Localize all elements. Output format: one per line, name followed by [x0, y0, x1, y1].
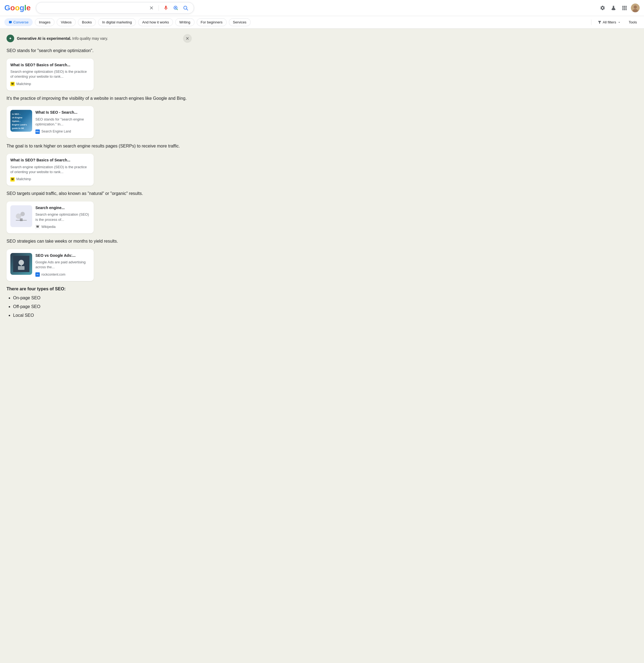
lens-icon — [173, 5, 179, 10]
filter-chip-for-beginners[interactable]: For beginners — [197, 18, 227, 26]
main-content: ✦ Generative AI is experimental. Info qu… — [0, 29, 644, 663]
seo-type-2: Off-page SEO — [13, 303, 192, 310]
ai-text-4: SEO targets unpaid traffic, also known a… — [6, 190, 192, 197]
source-card-2-meta: SEL Search Engine Land — [36, 129, 90, 134]
wiki-image-thumb — [10, 205, 32, 227]
chevron-down-icon — [617, 20, 621, 24]
filter-chip-books[interactable]: Books — [78, 18, 96, 26]
source-card-5-name: rockcontent.com — [41, 272, 65, 277]
search-input[interactable]: what is SEO — [41, 5, 145, 10]
source-card-2-desc: SEO stands for "search engine optimizati… — [36, 117, 90, 127]
ai-panel-header: ✦ Generative AI is experimental. Info qu… — [6, 34, 192, 43]
voice-search-button[interactable] — [162, 4, 170, 12]
source-card-1-meta: M Mailchimp — [10, 82, 90, 87]
clear-search-button[interactable] — [148, 4, 155, 12]
filter-chip-videos[interactable]: Videos — [57, 18, 76, 26]
svg-point-17 — [634, 5, 637, 9]
rock-image-thumb — [10, 253, 32, 275]
mailchimp-favicon-2: M — [10, 177, 15, 181]
source-card-1-name: Mailchimp — [16, 82, 31, 87]
apps-button[interactable] — [620, 3, 629, 12]
ai-text-1: SEO stands for "search engine optimizati… — [6, 47, 192, 54]
filter-divider — [591, 20, 592, 25]
filter-bar: Converse Images Videos Books In digital … — [0, 16, 644, 29]
ai-section-2: It's the practice of improving the visib… — [6, 95, 192, 138]
source-card-2-title: What Is SEO - Search... — [36, 110, 90, 115]
collapse-icon — [185, 36, 190, 41]
avatar[interactable] — [631, 3, 640, 12]
source-card-4-title: Search engine... — [36, 205, 90, 211]
filter-chip-writing[interactable]: Writing — [175, 18, 194, 26]
filter-chip-how-it-works[interactable]: And how it works — [138, 18, 173, 26]
seo-types-heading: There are four types of SEO: — [6, 285, 192, 292]
source-card-2[interactable]: is SEO -ch Engine Optimi...Engine Land's… — [6, 106, 94, 138]
svg-rect-14 — [624, 9, 625, 10]
svg-rect-11 — [624, 7, 625, 8]
settings-button[interactable] — [598, 3, 607, 12]
mailchimp-favicon: M — [10, 82, 15, 86]
ai-section-5: SEO strategies can take weeks or months … — [6, 238, 192, 281]
filter-chip-images[interactable]: Images — [35, 18, 55, 26]
svg-rect-9 — [625, 6, 626, 7]
ai-text-2: It's the practice of improving the visib… — [6, 95, 192, 102]
source-card-5-text: SEO vs Google Ads:... Google Ads are pai… — [36, 253, 90, 277]
search-button[interactable] — [182, 4, 189, 12]
rock-favicon: rc — [36, 272, 40, 277]
ai-section-4: SEO targets unpaid traffic, also known a… — [6, 190, 192, 234]
all-filters-button[interactable]: All filters — [595, 19, 624, 26]
user-avatar — [631, 3, 640, 12]
labs-button[interactable] — [609, 3, 618, 12]
svg-rect-12 — [625, 7, 626, 8]
source-card-5[interactable]: SEO vs Google Ads:... Google Ads are pai… — [6, 249, 94, 281]
source-card-3-meta: M Mailchimp — [10, 177, 90, 182]
seo-type-1: On-page SEO — [13, 294, 192, 302]
source-card-4[interactable]: Search engine... Search engine optimizat… — [6, 201, 94, 234]
svg-rect-15 — [625, 9, 626, 10]
ai-text-3: The goal is to rank higher on search eng… — [6, 142, 192, 150]
ai-text-5: SEO strategies can take weeks or months … — [6, 238, 192, 245]
svg-rect-6 — [613, 6, 614, 6]
source-card-5-meta: rc rockcontent.com — [36, 272, 90, 277]
mic-icon — [163, 5, 169, 10]
source-card-1-desc: Search engine optimization (SEO) is the … — [10, 69, 90, 79]
svg-rect-13 — [622, 9, 624, 10]
source-card-2-name: Search Engine Land — [41, 129, 71, 134]
svg-rect-23 — [20, 218, 23, 221]
close-icon — [149, 5, 154, 10]
filter-chip-services[interactable]: Services — [229, 18, 251, 26]
svg-rect-26 — [18, 266, 24, 270]
filter-chip-digital-marketing[interactable]: In digital marketing — [98, 18, 136, 26]
source-card-5-image — [10, 253, 32, 275]
source-card-1-text: What is SEO? Basics of Search... Search … — [10, 62, 90, 87]
svg-point-20 — [16, 214, 21, 219]
source-card-4-text: Search engine... Search engine optimizat… — [36, 205, 90, 229]
filter-chip-converse[interactable]: Converse — [4, 18, 33, 26]
source-card-3-title: What is SEO? Basics of Search... — [10, 158, 90, 163]
svg-point-3 — [175, 7, 176, 8]
svg-rect-7 — [622, 6, 624, 7]
source-card-3-name: Mailchimp — [16, 177, 31, 182]
converse-icon — [8, 20, 12, 24]
svg-point-21 — [20, 212, 25, 216]
ai-section-3: The goal is to rank higher on search eng… — [6, 142, 192, 186]
search-icon — [183, 5, 188, 10]
collapse-button[interactable] — [183, 34, 192, 43]
header: Google what is SEO — [0, 0, 644, 16]
ai-section-1: SEO stands for "search engine optimizati… — [6, 47, 192, 90]
tools-button[interactable]: Tools — [626, 19, 640, 26]
source-card-3[interactable]: What is SEO? Basics of Search... Search … — [6, 154, 94, 186]
seo-types-list: On-page SEO Off-page SEO Local SEO — [13, 294, 192, 319]
lens-search-button[interactable] — [172, 4, 180, 12]
apps-icon — [622, 5, 627, 10]
svg-point-25 — [19, 260, 24, 265]
google-logo[interactable]: Google — [4, 3, 30, 12]
source-card-4-meta: W Wikipedia — [36, 224, 90, 229]
source-card-4-name: Wikipedia — [41, 224, 55, 229]
divider — [159, 5, 159, 10]
source-card-5-desc: Google Ads are paid advertising across t… — [36, 260, 90, 270]
source-card-2-text: What Is SEO - Search... SEO stands for "… — [36, 110, 90, 134]
ai-panel: ✦ Generative AI is experimental. Info qu… — [6, 34, 192, 319]
source-card-1[interactable]: What is SEO? Basics of Search... Search … — [6, 59, 94, 90]
ai-seo-types: There are four types of SEO: On-page SEO… — [6, 285, 192, 319]
source-card-3-text: What is SEO? Basics of Search... Search … — [10, 158, 90, 182]
